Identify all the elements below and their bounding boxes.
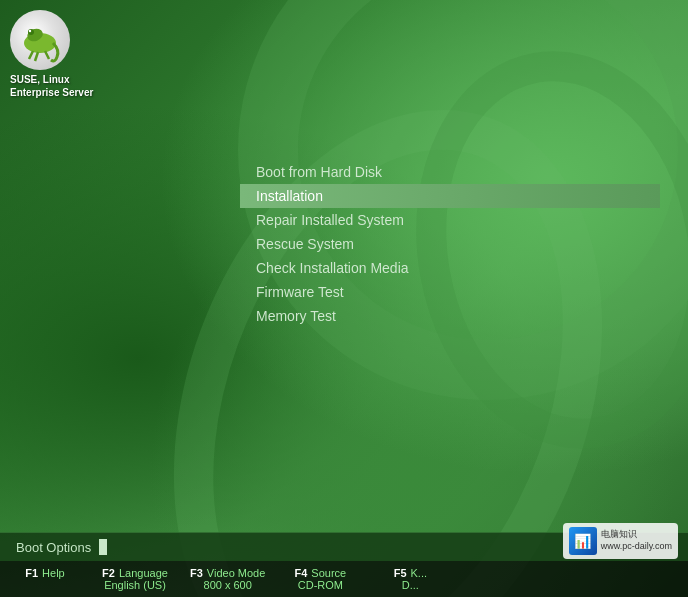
- menu-item-memory-test[interactable]: Memory Test: [240, 304, 660, 328]
- menu-item-check-installation-media[interactable]: Check Installation Media: [240, 256, 660, 280]
- svg-point-3: [29, 30, 31, 32]
- svg-line-4: [29, 51, 33, 59]
- menu-item-boot-hard-disk[interactable]: Boot from Hard Disk: [240, 160, 660, 184]
- logo-text: SUSE, Linux Enterprise Server: [10, 73, 93, 99]
- logo-area: SUSE, Linux Enterprise Server: [10, 10, 93, 99]
- fkey-f5-name: K...: [411, 567, 428, 579]
- fkey-f1-label: F1: [25, 567, 38, 579]
- fkey-f4-value: CD-ROM: [298, 579, 343, 591]
- svg-point-2: [28, 29, 34, 35]
- function-keys-bar: F1 Help F2 Language English (US) F3 Vide…: [0, 561, 688, 597]
- svg-line-5: [35, 52, 38, 61]
- watermark-text: 电脑知识 www.pc-daily.com: [601, 529, 672, 552]
- fkey-f5-label: F5: [394, 567, 407, 579]
- fkey-f3-label: F3: [190, 567, 203, 579]
- suse-logo: [10, 10, 70, 70]
- fkey-f2[interactable]: F2 Language English (US): [100, 567, 170, 591]
- fkey-f4[interactable]: F4 Source CD-ROM: [285, 567, 355, 591]
- fkey-f2-name: Language: [119, 567, 168, 579]
- boot-options-label: Boot Options: [16, 540, 91, 555]
- fkey-f2-value: English (US): [104, 579, 166, 591]
- fkey-f3-value: 800 x 600: [204, 579, 252, 591]
- fkey-f3[interactable]: F3 Video Mode 800 x 600: [190, 567, 265, 591]
- menu-item-rescue-system[interactable]: Rescue System: [240, 232, 660, 256]
- fkey-f2-label: F2: [102, 567, 115, 579]
- watermark-icon: 📊: [569, 527, 597, 555]
- menu-item-firmware-test[interactable]: Firmware Test: [240, 280, 660, 304]
- fkey-f1[interactable]: F1 Help: [10, 567, 80, 579]
- chameleon-icon: [15, 15, 65, 65]
- watermark: 📊 电脑知识 www.pc-daily.com: [563, 523, 678, 559]
- fkey-f4-name: Source: [311, 567, 346, 579]
- fkey-f1-name: Help: [42, 567, 65, 579]
- svg-line-6: [45, 51, 49, 59]
- fkey-f5[interactable]: F5 K... D...: [375, 567, 445, 591]
- fkey-f4-label: F4: [295, 567, 308, 579]
- fkey-f5-value: D...: [402, 579, 419, 591]
- menu-item-installation[interactable]: Installation: [240, 184, 660, 208]
- menu-item-repair-installed-system[interactable]: Repair Installed System: [240, 208, 660, 232]
- text-cursor: [99, 539, 107, 555]
- fkey-f3-name: Video Mode: [207, 567, 266, 579]
- boot-menu: Boot from Hard Disk Installation Repair …: [240, 160, 660, 328]
